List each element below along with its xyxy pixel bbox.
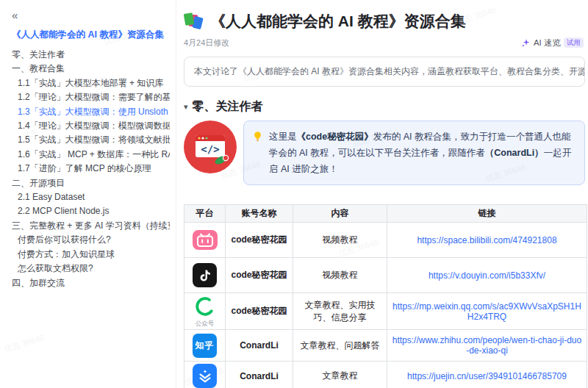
main-content: 《人人都能学会的 AI 教程》资源合集 4月24日修改 AI 速览 试用 本文讨… — [176, 0, 588, 388]
sidebar-toc: 零、关注作者一、教程合集1.1「实战」大模型本地部署 + 知识库1.2「理论」大… — [12, 48, 170, 290]
doc-meta-row: 4月24日修改 AI 速览 试用 — [184, 36, 585, 49]
platform-link[interactable]: https://juejin.cn/user/3949101466785709 — [407, 371, 567, 381]
sidebar-item[interactable]: 1.4「理论」大模型微调：模型微调数据集前... — [12, 119, 170, 133]
sidebar-item[interactable]: 一、教程合集 — [12, 62, 170, 76]
wechat-official-account-icon — [194, 295, 216, 317]
juejin-icon — [193, 364, 217, 388]
content-cell: 文章教程、问题解答 — [293, 330, 387, 362]
content-cell: 文章教程 — [293, 362, 387, 388]
link-cell: https://www.zhihu.com/people/wen-ti-chao… — [387, 330, 587, 362]
link-cell: https://v.douyin.com/i5b33Xfv/ — [387, 258, 587, 293]
link-cell: https://mp.weixin.qq.com/s/ac9XWvVsaXpSH… — [387, 293, 587, 330]
platform-link[interactable]: https://v.douyin.com/i5b33Xfv/ — [429, 270, 545, 281]
zhihu-icon: 知乎 — [193, 334, 217, 358]
books-icon — [184, 12, 204, 30]
author-callout: 这里是《code秘密花园》发布的 AI 教程合集，致力于打造一个普通人也能学会的… — [243, 121, 585, 185]
svg-text:</>: </> — [201, 143, 219, 155]
table-row: 公众号code秘密花园文章教程、实用技巧、信息分享https://mp.weix… — [184, 293, 587, 330]
sidebar-item[interactable]: 1.1「实战」大模型本地部署 + 知识库 — [12, 76, 170, 90]
sidebar-item[interactable]: 四、加群交流 — [12, 276, 170, 290]
table-column-header: 内容 — [293, 205, 387, 223]
sidebar-item[interactable]: 2.1 Easy Dataset — [12, 190, 170, 204]
doc-title-row: 《人人都能学会的 AI 教程》资源合集 — [184, 10, 585, 32]
page-title: 《人人都能学会的 AI 教程》资源合集 — [210, 11, 466, 32]
sparkle-icon — [521, 38, 531, 48]
platform-link[interactable]: https://www.zhihu.com/people/wen-ti-chao… — [392, 335, 581, 356]
section-heading-row: ▾ 零、关注作者 — [184, 98, 585, 115]
table-column-header: 平台 — [184, 205, 226, 223]
platform-link[interactable]: https://space.bilibili.com/474921808 — [417, 235, 556, 245]
collapse-caret-icon[interactable]: ▾ — [184, 102, 188, 112]
content-cell: 视频教程 — [293, 258, 387, 293]
content-cell: 文章教程、实用技巧、信息分享 — [293, 293, 387, 330]
sidebar-item[interactable]: 1.6「实战」 MCP + 数据库：一种比 RAG 检... — [12, 148, 170, 162]
account-name-cell: code秘密花园 — [226, 223, 293, 258]
callout-segment: 《code秘密花园》 — [297, 132, 373, 142]
sidebar-item[interactable]: 1.2「理论」大模型微调：需要了解的基础知识 — [12, 90, 170, 104]
sidebar-item[interactable]: 怎么获取文档权限? — [12, 262, 170, 276]
sidebar: « 《人人都能学会的 AI 教程》资源合集 零、关注作者一、教程合集1.1「实战… — [0, 0, 176, 388]
link-cell: https://juejin.cn/user/3949101466785709 — [387, 362, 587, 388]
sidebar-item[interactable]: 三、完整教程 + 更多 AI 学习资料（持续更新） — [12, 219, 170, 233]
bilibili-icon — [193, 230, 218, 250]
platform-cell — [184, 223, 226, 258]
wechat-label: 公众号 — [189, 320, 220, 327]
lightbulb-icon — [252, 131, 263, 142]
sidebar-item[interactable]: 2.2 MCP Client Node.js — [12, 204, 170, 218]
platform-table: 平台账号名称内容链接 code秘密花园视频教程https://space.bil… — [184, 204, 587, 388]
callout-text: 这里是《code秘密花园》发布的 AI 教程合集，致力于打造一个普通人也能学会的… — [269, 129, 575, 177]
table-row: code秘密花园视频教程https://v.douyin.com/i5b33Xf… — [184, 258, 587, 293]
sidebar-item[interactable]: 1.3「实战」大模型微调：使用 Unsloth 微调 ... — [12, 105, 170, 119]
table-header-row: 平台账号名称内容链接 — [184, 205, 587, 223]
table-row: 知乎ConardLi文章教程、问题解答https://www.zhihu.com… — [184, 330, 587, 362]
sidebar-doc-title[interactable]: 《人人都能学会的 AI 教程》资源合集 — [12, 29, 170, 41]
callout-segment: 这里是 — [269, 132, 297, 142]
sidebar-item[interactable]: 1.7「进阶」了解 MCP 的核心原理 — [12, 162, 170, 176]
sidebar-item[interactable]: 付费后你可以获得什么? — [12, 233, 170, 247]
trial-badge: 试用 — [564, 37, 584, 48]
platform-link[interactable]: https://mp.weixin.qq.com/s/ac9XWvVsaXpSH… — [392, 301, 581, 322]
last-modified: 4月24日修改 — [184, 37, 229, 48]
ai-overview-label: AI 速览 — [534, 37, 561, 48]
table-row: ConardLi文章教程https://juejin.cn/user/39491… — [184, 362, 587, 388]
sidebar-item[interactable]: 零、关注作者 — [12, 48, 170, 62]
sidebar-item[interactable]: 二、开源项目 — [12, 176, 170, 190]
link-cell: https://space.bilibili.com/474921808 — [387, 223, 587, 258]
content-cell: 视频教程 — [293, 223, 387, 258]
platform-cell: 知乎 — [184, 330, 226, 362]
sidebar-collapse-icon[interactable]: « — [12, 9, 26, 21]
callout-segment: （ConardLi） — [485, 148, 544, 158]
account-name-cell: ConardLi — [226, 330, 293, 362]
ai-summary-text: 本文讨论了《人人都能学会的 AI 教程》资源合集相关内容，涵盖教程获取平台、教程… — [194, 66, 585, 76]
author-avatar: </> — [184, 121, 237, 173]
table-column-header: 账号名称 — [226, 205, 293, 223]
douyin-icon — [193, 263, 217, 287]
platform-cell — [184, 258, 226, 293]
table-row: code秘密花园视频教程https://space.bilibili.com/4… — [184, 223, 587, 258]
author-row: </> 这里是《code秘密花园》发布的 AI 教程合集，致力于打造一个普通人也… — [184, 121, 585, 185]
platform-cell — [184, 362, 226, 388]
account-name-cell: ConardLi — [226, 362, 293, 388]
sidebar-item[interactable]: 付费方式：加入知识星球 — [12, 248, 170, 262]
account-name-cell: code秘密花园 — [226, 293, 293, 330]
ai-summary-box[interactable]: 本文讨论了《人人都能学会的 AI 教程》资源合集相关内容，涵盖教程获取平台、教程… — [184, 57, 585, 87]
table-column-header: 链接 — [387, 205, 587, 223]
account-name-cell: code秘密花园 — [226, 258, 293, 293]
sidebar-item[interactable]: 1.5「实战」大模型微调：将领域文献批量转... — [12, 133, 170, 147]
section-title: 零、关注作者 — [193, 99, 263, 115]
ai-overview-button[interactable]: AI 速览 试用 — [521, 37, 584, 48]
platform-cell: 公众号 — [184, 293, 226, 330]
